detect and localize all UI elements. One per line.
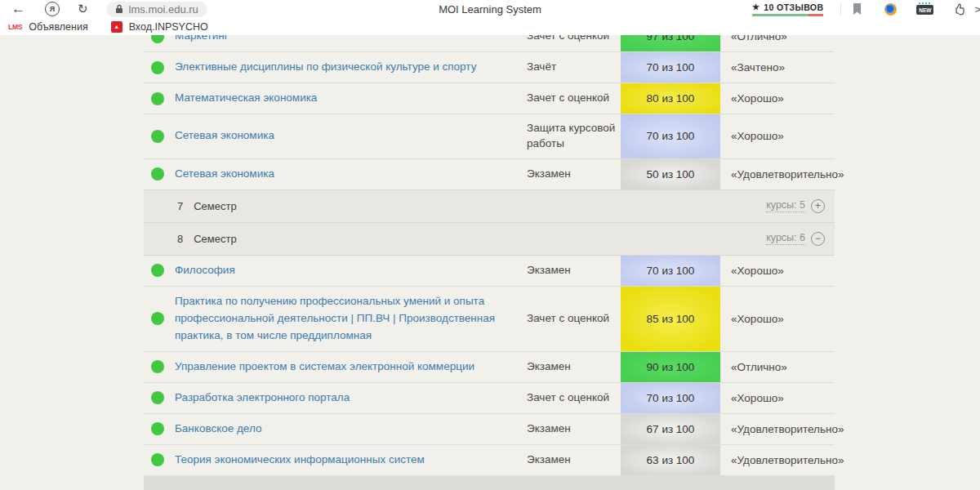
status-dot-icon (151, 264, 164, 277)
lock-icon (115, 4, 123, 14)
table-row: Сетевая экономикаЭкзамен50 из 100«Удовле… (144, 159, 835, 190)
course-link[interactable]: Практика по получению профессиональных у… (175, 293, 519, 345)
assessment-type: Экзамен (527, 445, 621, 475)
grade-label: «Зачтено» (720, 52, 835, 82)
assessment-type: Экзамен (527, 159, 621, 189)
reviews-count-label: 10 отзывов (764, 2, 823, 12)
course-name-cell: Философия (144, 256, 527, 286)
grade-label: «Отлично» (720, 352, 835, 382)
emblem-favicon: ▲ (111, 21, 122, 33)
course-name-cell: Практика по получению профессиональных у… (144, 287, 527, 351)
course-link[interactable]: Маркетинг (175, 35, 229, 45)
assessment-type: Зачет с оценкой (527, 83, 621, 114)
status-dot-icon (151, 422, 164, 435)
score-cell: 50 из 100 (621, 159, 720, 189)
browser-toolbar: ← Я ↻ lms.moi.edu.ru MOI Learning System… (0, 0, 980, 18)
table-row: ФилософияЭкзамен70 из 100«Хорошо» (144, 256, 835, 287)
grade-label: «Хорошо» (720, 83, 835, 114)
edge-chevron-icon[interactable]: > (974, 3, 980, 16)
table-row: Банковское делоЭкзамен67 из 100«Удовлетв… (144, 414, 835, 445)
table-footer-row (144, 476, 835, 490)
courses-count-link[interactable]: курсы: 5 (766, 199, 805, 212)
course-link[interactable]: Разработка электронного портала (175, 390, 350, 407)
score-cell: 70 из 100 (621, 256, 720, 286)
assessment-type: Зачет с оценкой (527, 35, 621, 51)
refresh-icon[interactable]: ↻ (78, 2, 88, 16)
course-link[interactable]: Сетевая экономика (175, 127, 274, 145)
course-name-cell: Управление проектом в системах электронн… (144, 352, 527, 382)
grade-label: «Удовлетворительно» (720, 414, 835, 444)
course-link[interactable]: Сетевая экономика (175, 166, 274, 183)
grade-label: «Удовлетворительно» (720, 159, 835, 189)
table-row: Управление проектом в системах электронн… (144, 352, 835, 383)
extension-circle-icon[interactable] (884, 3, 897, 16)
table-row: Теория экономических информационных сист… (144, 445, 835, 476)
course-name-cell: Математическая экономика (144, 83, 527, 114)
course-link[interactable]: Теория экономических информационных сист… (175, 452, 425, 469)
status-dot-icon (151, 391, 164, 404)
course-link[interactable]: Математическая экономика (175, 90, 317, 107)
course-link[interactable]: Управление проектом в системах электронн… (175, 359, 474, 376)
bookmark-label: Вход.INPSYCHO (129, 21, 208, 33)
grade-label: «Отлично» (720, 35, 835, 51)
assessment-type: Экзамен (527, 256, 621, 286)
expand-icon[interactable]: + (811, 199, 825, 213)
course-link[interactable]: Банковское дело (175, 421, 261, 438)
semester-label: Семестр (194, 200, 236, 212)
semester-row[interactable]: 8Семестркурсы: 6− (144, 223, 835, 256)
status-dot-icon (151, 130, 164, 143)
course-name-cell: Маркетинг (144, 35, 527, 51)
courses-count-link[interactable]: курсы: 6 (766, 232, 805, 245)
assessment-type: Зачёт (527, 52, 621, 82)
table-row: Разработка электронного порталаЗачет с о… (144, 383, 835, 414)
grade-label: «Хорошо» (720, 256, 835, 286)
table-row: Практика по получению профессиональных у… (144, 287, 835, 352)
star-icon: ★ (752, 2, 760, 11)
grade-label: «Хорошо» (720, 287, 835, 351)
back-icon[interactable]: ← (11, 1, 25, 17)
table-row: МаркетингЗачет с оценкой97 из 100«Отличн… (144, 35, 835, 52)
course-name-cell: Банковское дело (144, 414, 527, 444)
score-cell: 70 из 100 (621, 114, 720, 158)
course-name-cell: Сетевая экономика (144, 114, 527, 158)
assessment-type: Экзамен (527, 352, 621, 382)
grade-label: «Удовлетворительно» (720, 445, 835, 475)
grade-label: «Хорошо» (720, 383, 835, 413)
score-cell: 70 из 100 (621, 383, 720, 413)
rating-bar (752, 14, 823, 16)
status-dot-icon (151, 360, 164, 373)
bookmarks-bar: LMS Объявления ▲ Вход.INPSYCHO (0, 18, 980, 35)
assessment-type: Зачет с оценкой (527, 383, 621, 413)
score-cell: 67 из 100 (621, 414, 720, 444)
table-row: Математическая экономикаЗачет с оценкой8… (144, 83, 835, 114)
grade-label: «Хорошо» (720, 114, 835, 158)
status-dot-icon (151, 167, 164, 180)
bookmark-item-announcements[interactable]: LMS Объявления (8, 21, 88, 33)
profile-icon[interactable]: Я (45, 2, 60, 16)
score-cell: 85 из 100 (621, 287, 720, 351)
status-dot-icon (151, 312, 164, 325)
score-cell: 70 из 100 (621, 52, 720, 82)
score-cell: 80 из 100 (621, 83, 720, 114)
score-cell: 97 из 100 (621, 35, 720, 51)
status-dot-icon (151, 453, 164, 466)
address-bar[interactable]: lms.moi.edu.ru (106, 2, 207, 17)
bookmark-item-login[interactable]: ▲ Вход.INPSYCHO (111, 21, 208, 33)
reviews-widget[interactable]: ★ 10 отзывов (752, 2, 823, 16)
status-dot-icon (151, 35, 164, 43)
status-dot-icon (151, 92, 164, 105)
semester-label: Семестр (194, 233, 236, 245)
bookmark-flag-icon[interactable] (853, 3, 862, 16)
table-row: Элективные дисциплины по физической куль… (144, 52, 835, 83)
course-name-cell: Сетевая экономика (144, 159, 527, 189)
hand-gesture-icon[interactable] (953, 2, 966, 16)
course-link[interactable]: Философия (175, 262, 235, 279)
table-row: Сетевая экономикаЗащита курсовой работы7… (144, 114, 835, 159)
course-link[interactable]: Элективные дисциплины по физической куль… (175, 59, 476, 76)
status-dot-icon (151, 61, 164, 74)
bookmark-label: Объявления (29, 21, 87, 33)
collapse-icon[interactable]: − (811, 232, 825, 246)
semester-row[interactable]: 7Семестркурсы: 5+ (144, 190, 835, 223)
new-extension-icon[interactable]: NEW (916, 5, 933, 15)
assessment-type: Зачет с оценкой (527, 287, 621, 351)
